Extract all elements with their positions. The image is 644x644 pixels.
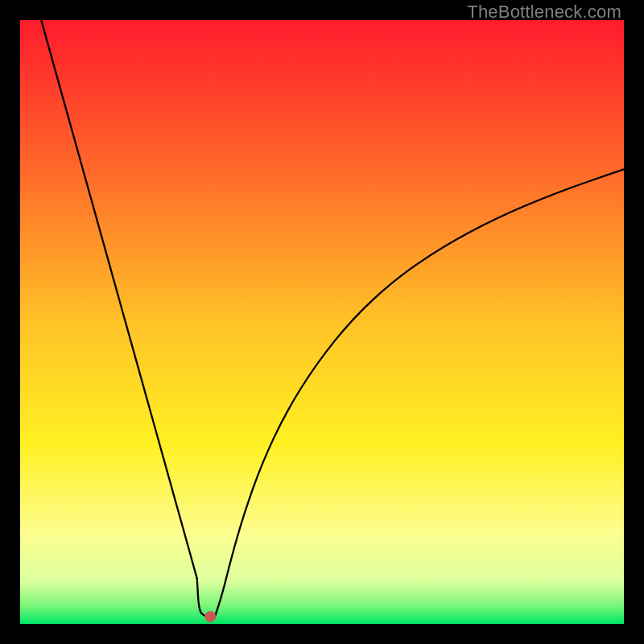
bottleneck-chart [20, 20, 624, 624]
watermark-text: TheBottleneck.com [467, 2, 621, 23]
gradient-background [20, 20, 624, 624]
chart-frame [20, 20, 624, 624]
optimum-marker [204, 611, 216, 622]
